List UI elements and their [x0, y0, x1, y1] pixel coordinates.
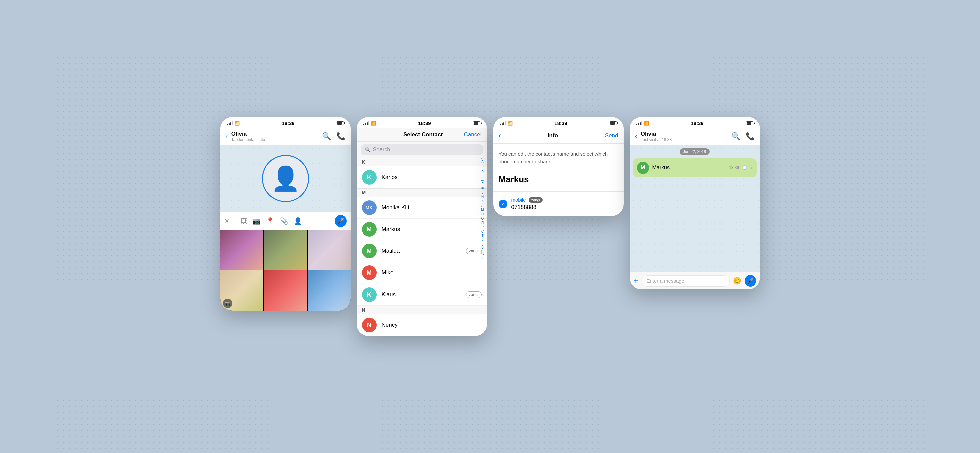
contact-row-markus[interactable]: M Markus	[357, 219, 487, 240]
contact-name-large: Markus	[493, 171, 624, 192]
time-1: 18:39	[282, 120, 294, 126]
phone-icon-1[interactable]: 📞	[336, 132, 345, 141]
battery-icon-2	[473, 121, 480, 126]
photo-library-icon[interactable]: 🖼	[240, 217, 247, 225]
mic-button-4[interactable]: 🎤	[745, 275, 756, 286]
chat-input-bar: + Enter a message 😊 🎤	[630, 272, 760, 289]
photo-cell-5[interactable]	[264, 270, 307, 311]
nav-subtitle-4: Last visit at 18:38	[641, 137, 728, 142]
alphabet-index: Л А Б В Г Д Е Ж З И К Л М Н О П Р	[480, 197, 487, 218]
contact-avatar-klaus: K	[362, 287, 377, 302]
phone-row: ✓ mobile zangi 07188888	[493, 192, 624, 216]
signal-bars-1	[227, 121, 233, 126]
signal-bars-3	[500, 121, 506, 126]
screen2: 📶 18:39 Select Contact Cancel 🔍 Search	[357, 117, 487, 336]
contact-name-matilda: Matilda	[382, 248, 461, 254]
photo-cell-2[interactable]	[264, 230, 307, 270]
alpha-е: Е	[480, 181, 485, 186]
nav-title-4: Olivia	[641, 131, 728, 137]
alpha-г: Г	[480, 173, 485, 177]
message-time: 18:39	[729, 165, 739, 170]
contact-row-monika[interactable]: MK Monika Klif Л А Б В Г Д Е Ж З И К Л М	[357, 197, 487, 219]
search-bar-container: 🔍 Search	[357, 142, 487, 158]
signal-bar	[363, 124, 364, 126]
mic-icon-att[interactable]: 🎤	[335, 215, 347, 227]
battery-icon-4	[746, 121, 753, 126]
section-header-m: M	[357, 188, 487, 197]
status-right-1	[337, 121, 344, 126]
attachment-bar: ✕ 🖼 📷 📍 📎 👤 🎤	[220, 212, 351, 230]
signal-bar	[503, 122, 504, 126]
date-badge: Jun 22, 2018	[680, 148, 710, 155]
contact-row-nency[interactable]: N Nency	[357, 314, 487, 336]
screen1: 📶 18:39 ‹ Olivia Tap for contact info 🔍 …	[220, 117, 351, 311]
nav-subtitle-1: Tap for contact info	[231, 137, 319, 142]
contact-name-karlos: Karlos	[382, 174, 482, 181]
check-circle: ✓	[498, 200, 507, 208]
attachment-icon[interactable]: 📎	[280, 217, 288, 225]
alpha-а: А	[480, 160, 485, 164]
camera-icon[interactable]: 📷	[253, 217, 261, 225]
close-icon-att[interactable]: ✕	[224, 217, 229, 225]
contact-row-karlos[interactable]: K Karlos	[357, 167, 487, 188]
signal-bar	[501, 123, 503, 126]
signal-bar	[638, 123, 639, 126]
signal-bar	[367, 122, 368, 126]
phone-label: mobile	[511, 197, 526, 203]
back-button-1[interactable]: ‹	[226, 132, 228, 141]
contact-avatar-matilda: M	[362, 244, 377, 258]
chat-bg-1: 👤	[220, 145, 351, 212]
signal-bar	[640, 122, 641, 126]
nav-bar-1: ‹ Olivia Tap for contact info 🔍 📞	[220, 128, 351, 145]
search-bar[interactable]: 🔍 Search	[361, 145, 483, 155]
photo-cell-6[interactable]	[308, 270, 351, 311]
alpha-н: Н	[480, 212, 485, 216]
info-description: You can edit the contact's name and sele…	[493, 144, 624, 171]
back-button-4[interactable]: ‹	[635, 132, 637, 141]
cancel-button[interactable]: Cancel	[464, 131, 482, 138]
message-placeholder: Enter a message	[647, 278, 684, 284]
signal-bar	[229, 123, 230, 126]
signal-bar	[641, 121, 642, 126]
search-icon-1[interactable]: 🔍	[322, 132, 331, 141]
signal-bars-2	[363, 121, 369, 126]
contact-row-klaus[interactable]: K Klaus zangi	[357, 284, 487, 305]
photo-overlay-icon: 📷	[223, 299, 232, 308]
plus-button[interactable]: +	[633, 276, 638, 286]
signal-bar	[227, 124, 228, 126]
message-avatar-markus: M	[637, 162, 649, 174]
status-left-3: 📶	[500, 121, 512, 126]
battery-icon-1	[337, 121, 344, 126]
screen4: 📶 18:39 ‹ Olivia Last visit at 18:38 🔍 📞	[630, 117, 760, 289]
emoji-button[interactable]: 😊	[733, 277, 741, 285]
divider	[235, 217, 235, 225]
signal-bar	[369, 121, 369, 126]
photo-cell-4[interactable]: 📷	[220, 270, 264, 311]
battery-fill-1	[337, 122, 342, 125]
photo-cell-1[interactable]	[220, 230, 264, 270]
signal-bar	[232, 121, 233, 126]
back-button-3[interactable]: ‹	[498, 131, 501, 140]
search-placeholder: Search	[373, 147, 390, 153]
time-3: 18:39	[554, 120, 567, 126]
section-header-n: N	[357, 305, 487, 314]
status-right-2	[473, 121, 480, 126]
message-clock-icon: 🕐	[742, 165, 747, 170]
contact-row-matilda[interactable]: M Matilda zangi	[357, 240, 487, 262]
message-input[interactable]: Enter a message	[642, 275, 730, 286]
signal-bar	[500, 124, 501, 126]
contact-row-mike[interactable]: M Mike	[357, 262, 487, 284]
message-bubble-markus[interactable]: M Markus 18:39 🕐 ›	[633, 159, 757, 177]
time-4: 18:39	[691, 120, 703, 126]
chat-messages-area: Jun 22, 2018 M Markus 18:39 🕐 ›	[630, 145, 760, 272]
photo-cell-3[interactable]	[308, 230, 351, 270]
phone-icon-4[interactable]: 📞	[746, 132, 755, 141]
zangi-badge-klaus: zangi	[466, 291, 482, 298]
contact-icon[interactable]: 👤	[294, 217, 302, 225]
status-left-2: 📶	[363, 121, 376, 126]
location-icon[interactable]: 📍	[266, 217, 275, 225]
alpha-м: М	[480, 208, 485, 212]
search-icon-4[interactable]: 🔍	[731, 132, 740, 141]
nav-actions-4: 🔍 📞	[731, 132, 755, 141]
send-button[interactable]: Send	[605, 132, 618, 139]
